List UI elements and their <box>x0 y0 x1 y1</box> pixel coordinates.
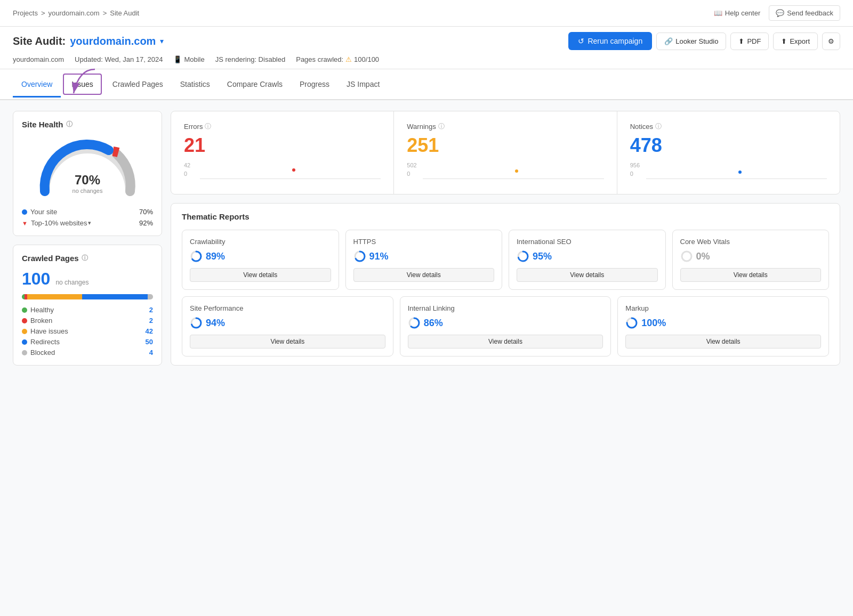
notices-dot <box>738 171 742 174</box>
breadcrumb-sep1: > <box>41 9 45 17</box>
gauge-container: 70% no changes <box>22 135 153 199</box>
help-center-link[interactable]: 📖 Help center <box>714 9 760 17</box>
errors-chart: 42 0 <box>184 162 381 183</box>
pdf-icon: ⬆ <box>738 37 744 45</box>
site-perf-view-details[interactable]: View details <box>190 335 385 348</box>
report-site-performance: Site Performance 94% View details <box>182 296 393 356</box>
report-https: HTTPS 91% View details <box>345 230 503 290</box>
legend-redirects: Redirects 50 <box>22 338 153 346</box>
internal-linking-view-details[interactable]: View details <box>408 335 603 348</box>
meta-row: yourdomain.com Updated: Wed, Jan 17, 202… <box>0 53 853 69</box>
thematic-grid-row2: Site Performance 94% View details Intern… <box>182 296 829 356</box>
markup-view-details[interactable]: View details <box>625 335 821 348</box>
metric-notices: Notices ⓘ 478 956 0 <box>617 111 840 194</box>
notices-info-icon[interactable]: ⓘ <box>655 122 662 131</box>
crawled-pages-info-icon[interactable]: ⓘ <box>82 254 88 263</box>
feedback-icon: 💬 <box>776 9 784 17</box>
thematic-grid-row1: Crawlability 89% View details HTTPS <box>182 230 829 290</box>
legend-healthy: Healthy 2 <box>22 306 153 314</box>
site-health-info-icon[interactable]: ⓘ <box>66 120 73 129</box>
export-button[interactable]: ⬆ Export <box>773 33 818 50</box>
warnings-info-icon[interactable]: ⓘ <box>438 122 445 131</box>
svg-text:70%: 70% <box>75 173 100 187</box>
top-sites-icon: ▼ <box>22 220 28 226</box>
crawled-pages-card: Crawled Pages ⓘ 100 no changes Healthy <box>13 245 162 366</box>
tab-compare-crawls[interactable]: Compare Crawls <box>219 72 291 98</box>
help-icon: 📖 <box>714 9 722 17</box>
pb-blocked <box>148 294 153 299</box>
top-sites-chevron[interactable]: ▾ <box>88 220 91 226</box>
dot-healthy <box>22 307 27 313</box>
int-seo-view-details[interactable]: View details <box>517 268 658 282</box>
svg-text:no changes: no changes <box>73 188 103 194</box>
right-panel: Errors ⓘ 21 42 0 Warnings ⓘ 251 <box>171 111 840 366</box>
crawled-count: 100 <box>22 269 50 289</box>
pdf-button[interactable]: ⬆ PDF <box>730 33 769 50</box>
thematic-title: Thematic Reports <box>182 212 829 221</box>
tab-progress[interactable]: Progress <box>291 72 338 98</box>
progress-bar <box>22 294 153 299</box>
cwv-view-details[interactable]: View details <box>680 268 822 282</box>
top-actions: 📖 Help center 💬 Send feedback <box>714 5 840 21</box>
gauge-svg: 70% no changes <box>34 135 141 199</box>
breadcrumb-domain[interactable]: yourdomain.com <box>49 9 100 17</box>
left-panel: Site Health ⓘ 70% no changes <box>13 111 162 366</box>
mobile-icon: 📱 <box>173 55 182 63</box>
notices-label: Notices ⓘ <box>630 122 827 131</box>
top-bar: Projects > yourdomain.com > Site Audit 📖… <box>0 0 853 27</box>
markup-ring <box>625 317 638 329</box>
dot-redirects <box>22 339 27 345</box>
page-legend: Healthy 2 Broken 2 Have issues <box>22 306 153 356</box>
crawled-warning-icon: ⚠ <box>345 55 352 63</box>
your-site-legend: Your site 70% <box>22 208 153 216</box>
legend-blocked: Blocked 4 <box>22 348 153 356</box>
legend-have-issues: Have issues 42 <box>22 327 153 335</box>
warnings-value: 251 <box>407 134 603 157</box>
breadcrumb: Projects > yourdomain.com > Site Audit <box>13 9 139 17</box>
report-core-web-vitals: Core Web Vitals 0% View details <box>672 230 830 290</box>
tab-js-impact[interactable]: JS Impact <box>338 72 388 98</box>
breadcrumb-current: Site Audit <box>110 9 139 17</box>
dot-broken <box>22 318 27 323</box>
tab-overview[interactable]: Overview <box>13 72 61 98</box>
report-international-seo: International SEO 95% View details <box>509 230 666 290</box>
site-health-card: Site Health ⓘ 70% no changes <box>13 111 162 236</box>
tabs-wrapper: Overview Issues Crawled Pages Statistics… <box>0 69 853 100</box>
warnings-label: Warnings ⓘ <box>407 122 603 131</box>
https-view-details[interactable]: View details <box>353 268 495 282</box>
meta-domain: yourdomain.com <box>13 55 64 63</box>
rerun-campaign-button[interactable]: ↺ Rerun campaign <box>568 32 652 50</box>
page-title: Site Audit: <box>13 35 66 47</box>
notices-chart: 956 0 <box>630 162 827 183</box>
svg-point-9 <box>682 252 691 261</box>
errors-info-icon[interactable]: ⓘ <box>205 122 211 131</box>
report-markup: Markup 100% View details <box>617 296 829 356</box>
header-row: Site Audit: yourdomain.com ▾ ↺ Rerun cam… <box>0 27 853 53</box>
crawlability-view-details[interactable]: View details <box>190 268 331 282</box>
crawled-subtext: no changes <box>55 279 88 286</box>
errors-dot <box>292 168 295 172</box>
tab-statistics[interactable]: Statistics <box>172 72 219 98</box>
main-content: Site Health ⓘ 70% no changes <box>0 100 853 376</box>
pb-redirects <box>82 294 148 299</box>
settings-button[interactable]: ⚙ <box>822 33 840 50</box>
notices-value: 478 <box>630 134 827 157</box>
meta-updated: Updated: Wed, Jan 17, 2024 <box>75 55 163 63</box>
crawled-header: 100 no changes <box>22 269 153 289</box>
header-buttons: ↺ Rerun campaign 🔗 Looker Studio ⬆ PDF ⬆… <box>568 32 840 50</box>
breadcrumb-projects[interactable]: Projects <box>13 9 38 17</box>
domain-title[interactable]: yourdomain.com <box>70 35 156 47</box>
report-crawlability: Crawlability 89% View details <box>182 230 339 290</box>
tab-crawled-pages[interactable]: Crawled Pages <box>104 72 172 98</box>
meta-pages-crawled: Pages crawled: ⚠ 100/100 <box>296 55 379 63</box>
send-feedback-link[interactable]: 💬 Send feedback <box>769 5 840 21</box>
https-ring <box>353 250 366 263</box>
tab-issues[interactable]: Issues <box>63 74 101 95</box>
looker-studio-button[interactable]: 🔗 Looker Studio <box>656 33 726 50</box>
meta-js-rendering: JS rendering: Disabled <box>215 55 286 63</box>
metric-warnings: Warnings ⓘ 251 502 0 <box>394 111 617 194</box>
crawlability-ring <box>190 250 203 263</box>
domain-dropdown-icon[interactable]: ▾ <box>160 37 164 45</box>
dot-issues <box>22 329 27 334</box>
breadcrumb-sep2: > <box>103 9 107 17</box>
